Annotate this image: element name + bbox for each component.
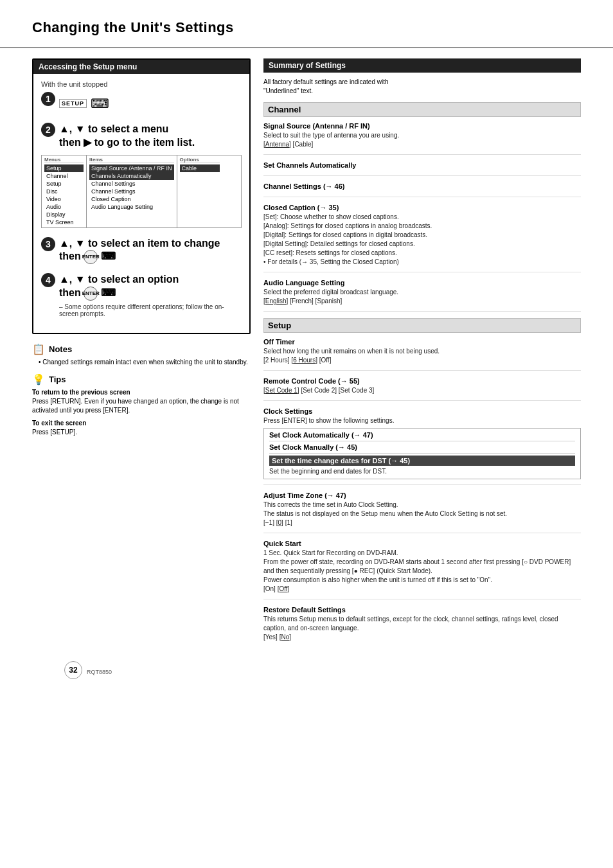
content-wrapper: Accessing the Setup menu With the unit s… <box>32 58 581 653</box>
remote-control-title: Remote Control Code (→ 55) <box>263 377 581 385</box>
page-title: Changing the Unit's Settings <box>32 19 581 36</box>
menu-item-channel-settings2: Channel Settings <box>89 188 174 195</box>
notes-title: Notes <box>49 344 72 354</box>
notes-section: 📋 Notes • Changed settings remain intact… <box>32 343 251 367</box>
menu-item-closed-caption: Closed Caption <box>89 195 174 203</box>
clock-settings-desc: Press [ENTER] to show the following sett… <box>263 416 581 425</box>
off-option: Off <box>279 585 287 592</box>
menu-col-header-items: Items <box>89 157 174 163</box>
setting-quick-start: Quick Start 1 Sec. Quick Start for Recor… <box>263 540 581 599</box>
tips-title: Tips <box>49 375 66 384</box>
restore-defaults-title: Restore Default Settings <box>263 606 581 614</box>
menu-item-video: Video <box>44 195 84 203</box>
dst-title-highlighted: Set the time change dates for DST (→ 45) <box>269 456 575 466</box>
step2-number: 2 <box>41 123 55 137</box>
remote-control-desc: [Set Code 1] [Set Code 2] [Set Code 3] <box>263 386 581 395</box>
tip1: To return to the previous screen Press [… <box>32 388 251 415</box>
setting-remote-control: Remote Control Code (→ 55) [Set Code 1] … <box>263 377 581 401</box>
page-number: 32 <box>64 661 82 679</box>
menu-item-channels-auto: Channels Automatically <box>89 172 174 180</box>
menu-item-display: Display <box>44 211 84 218</box>
setting-adjust-timezone: Adjust Time Zone (→ 47) This corrects th… <box>263 492 581 533</box>
channel-section-header: Channel <box>263 102 581 117</box>
menu-item-setup2: Setup <box>44 180 84 188</box>
left-column: Accessing the Setup menu With the unit s… <box>32 58 251 443</box>
setting-signal-source: Signal Source (Antenna / RF IN) Select t… <box>263 122 581 155</box>
set-channels-title: Set Channels Automatically <box>263 161 581 169</box>
clock-settings-title: Clock Settings <box>263 407 581 415</box>
step2-row: 2 ▲, ▼ to select a menu then ▶ to go to … <box>41 123 242 150</box>
0-option: 0 <box>278 519 282 526</box>
step3-content: ▲, ▼ to select an item to change then EN… <box>59 237 242 265</box>
setting-closed-caption: Closed Caption (→ 35) [Set]: Choose whet… <box>263 204 581 272</box>
accessing-setup-box: Accessing the Setup menu With the unit s… <box>32 58 251 334</box>
notes-icon: 📋 <box>32 343 45 355</box>
setting-clock-settings: Clock Settings Press [ENTER] to show the… <box>263 407 581 485</box>
step3-block: 3 ▲, ▼ to select an item to change then … <box>41 237 242 265</box>
tips-section: 💡 Tips To return to the previous screen … <box>32 373 251 437</box>
adjust-timezone-desc: This corrects the time set in Auto Clock… <box>263 500 581 527</box>
6hours-option: 6 Hours <box>293 357 315 364</box>
signal-source-options: [Antenna] [Cable] <box>263 141 313 148</box>
signal-source-desc: Select to suit the type of antenna you a… <box>263 131 581 149</box>
remote-icon: ⌨ <box>91 96 109 111</box>
step3-line1: ▲, ▼ to select an item to change <box>59 237 242 251</box>
tip2-title: To exit the screen <box>32 419 251 428</box>
model-number: RQT8850 <box>87 669 112 675</box>
menu-col-items: Items Signal Source /Antenna / RF IN Cha… <box>87 155 177 227</box>
english-option: English <box>265 297 287 305</box>
summary-intro: All factory default settings are indicat… <box>263 78 581 96</box>
setup-icon-area: SETUP ⌨ <box>59 96 109 111</box>
enter-icon-step3: ENTER <box>84 250 98 264</box>
step3-number: 3 <box>41 237 55 251</box>
remote-icon-step4: ⌨ <box>101 287 116 298</box>
step1-row: 1 SETUP ⌨ <box>41 92 242 114</box>
setting-audio-language: Audio Language Setting Select the prefer… <box>263 279 581 312</box>
remote-icon-step3: ⌨ <box>101 251 116 262</box>
note-item-1: • Changed settings remain intact even wh… <box>39 358 251 367</box>
tips-icon: 💡 <box>32 373 45 385</box>
clock-sub-items: Set Clock Automatically (→ 47) Set Clock… <box>263 428 581 479</box>
no-option: No <box>281 633 289 641</box>
notes-header: 📋 Notes <box>32 343 251 355</box>
adjust-timezone-title: Adjust Time Zone (→ 47) <box>263 492 581 499</box>
menu-col-menus: Menus Setup Channel Setup Disc Video Aud… <box>42 155 87 227</box>
menu-item-tvscreen: TV Screen <box>44 218 84 226</box>
tip2-text: Press [SETUP]. <box>32 429 77 436</box>
step3-line2: then ENTER ⌨ <box>59 250 242 264</box>
step2-line2: then ▶ to go to the item list. <box>59 136 242 150</box>
step4-block: 4 ▲, ▼ to select an option then ENTER ⌨ … <box>41 273 242 317</box>
quick-start-desc: 1 Sec. Quick Start for Recording on DVD-… <box>263 549 581 594</box>
setting-set-channels: Set Channels Automatically <box>263 161 581 176</box>
channel-settings-title: Channel Settings (→ 46) <box>263 182 581 190</box>
title-divider <box>0 48 613 48</box>
set-clock-manual-title: Set Clock Manually (→ 45) <box>269 443 575 454</box>
menu-item-channel-settings1: Channel Settings <box>89 180 174 188</box>
menu-col-header-options: Options <box>180 157 220 163</box>
closed-caption-desc: [Set]: Choose whether to show closed cap… <box>263 213 581 267</box>
audio-language-title: Audio Language Setting <box>263 279 581 287</box>
menu-col-header-menus: Menus <box>44 157 84 163</box>
accessing-setup-header: Accessing the Setup menu <box>33 60 249 74</box>
audio-language-desc: Select the preferred digital broadcast l… <box>263 288 581 306</box>
step1-block: With the unit stopped 1 SETUP ⌨ <box>41 80 242 114</box>
menu-item-channel: Channel <box>44 172 84 180</box>
menu-item-setup1: Setup <box>44 164 84 172</box>
off-timer-desc: Select how long the unit remains on when… <box>263 347 581 365</box>
step4-subtext: – Some options require different operati… <box>59 303 242 317</box>
closed-caption-title: Closed Caption (→ 35) <box>263 204 581 211</box>
summary-header: Summary of Settings <box>263 58 581 73</box>
menu-option-cable: Cable <box>180 164 220 172</box>
step2-arrows: ▲, ▼ <box>59 123 85 134</box>
step2-block: 2 ▲, ▼ to select a menu then ▶ to go to … <box>41 123 242 228</box>
set-code1-option: Set Code 1 <box>265 387 298 394</box>
restore-defaults-desc: This returns Setup menus to default sett… <box>263 615 581 642</box>
step1-label: With the unit stopped <box>41 80 242 88</box>
tips-header: 💡 Tips <box>32 373 251 385</box>
menu-item-audio-lang: Audio Language Setting <box>89 203 174 211</box>
footer: 32 RQT8850 <box>32 673 581 698</box>
step1-number: 1 <box>41 92 55 106</box>
menu-item-audio: Audio <box>44 203 84 211</box>
setting-channel-settings: Channel Settings (→ 46) <box>263 182 581 197</box>
step4-number: 4 <box>41 273 55 287</box>
